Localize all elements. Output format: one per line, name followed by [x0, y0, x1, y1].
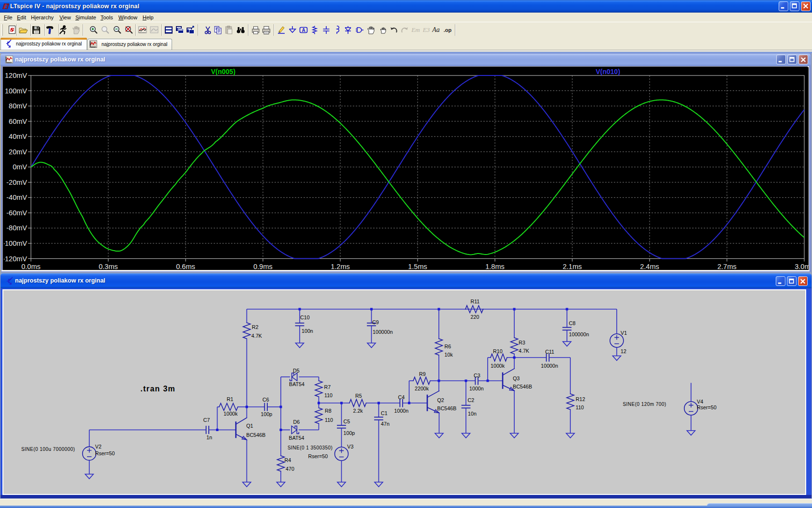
svg-text:C3: C3: [474, 373, 480, 378]
svg-text:R4: R4: [285, 457, 291, 463]
svg-text:10n: 10n: [468, 411, 477, 417]
svg-text:R11: R11: [471, 299, 480, 304]
svg-text:V3: V3: [347, 444, 353, 449]
svg-text:470: 470: [286, 466, 294, 472]
svg-text:BAT54: BAT54: [289, 381, 304, 387]
svg-text:V2: V2: [95, 444, 102, 449]
svg-text:2.1ms: 2.1ms: [563, 263, 582, 270]
svg-text:40mV: 40mV: [9, 133, 27, 140]
svg-text:V(n010): V(n010): [595, 68, 620, 75]
svg-text:BAT54: BAT54: [289, 435, 304, 441]
svg-text:-20mV: -20mV: [6, 179, 27, 186]
svg-text:120mV: 120mV: [5, 72, 27, 79]
svg-text:E3: E3: [422, 26, 430, 33]
svg-text:BC546B: BC546B: [246, 432, 266, 438]
svg-text:2.7ms: 2.7ms: [717, 263, 737, 270]
svg-text:D5: D5: [293, 368, 300, 374]
svg-text:10k: 10k: [445, 352, 453, 358]
svg-text:1.2ms: 1.2ms: [331, 263, 350, 270]
svg-text:R3: R3: [519, 340, 525, 345]
svg-text:C5: C5: [344, 418, 350, 424]
svg-text:0.0ms: 0.0ms: [21, 263, 41, 270]
svg-text:0.9ms: 0.9ms: [253, 263, 273, 270]
svg-text:.tran 3m: .tran 3m: [141, 385, 176, 393]
svg-text:BC546B: BC546B: [437, 405, 457, 411]
svg-text:.op: .op: [444, 27, 452, 33]
svg-text:R5: R5: [355, 393, 362, 399]
svg-text:C2: C2: [468, 397, 475, 403]
svg-text:R1: R1: [227, 396, 233, 402]
svg-text:100n: 100n: [302, 328, 313, 334]
svg-text:R8: R8: [325, 408, 332, 414]
svg-text:0.6ms: 0.6ms: [176, 263, 195, 270]
svg-text:SINE(0 120m 700): SINE(0 120m 700): [623, 402, 667, 407]
svg-text:60mV: 60mV: [9, 118, 27, 125]
svg-text:R6: R6: [445, 344, 451, 349]
svg-text:2200k: 2200k: [415, 386, 429, 391]
svg-text:2.2k: 2.2k: [353, 408, 363, 414]
svg-text:1000n: 1000n: [394, 408, 409, 414]
svg-text:C11: C11: [545, 349, 554, 355]
svg-text:SINE(0 100u 7000000): SINE(0 100u 7000000): [21, 447, 75, 452]
svg-text:-120mV: -120mV: [4, 255, 27, 263]
svg-text:100p: 100p: [261, 411, 273, 417]
svg-text:R10: R10: [493, 348, 503, 354]
svg-text:100000n: 100000n: [569, 331, 589, 337]
svg-text:Aa: Aa: [432, 26, 440, 33]
svg-text:R2: R2: [252, 324, 259, 330]
svg-text:Rser=50: Rser=50: [95, 450, 115, 456]
svg-text:-40mV: -40mV: [6, 194, 27, 201]
svg-text:3.0ms: 3.0ms: [795, 263, 809, 270]
svg-text:SINE(0 1 3500350): SINE(0 1 3500350): [288, 445, 333, 450]
svg-text:BC546B: BC546B: [513, 384, 532, 389]
svg-text:V(n005): V(n005): [211, 68, 235, 75]
svg-text:0.3ms: 0.3ms: [99, 263, 118, 270]
svg-text:47n: 47n: [381, 421, 390, 427]
svg-text:1000n: 1000n: [469, 386, 484, 391]
svg-text:1.8ms: 1.8ms: [485, 263, 505, 270]
svg-text:Rser=50: Rser=50: [308, 453, 328, 459]
svg-text:C8: C8: [569, 320, 576, 326]
svg-text:-80mV: -80mV: [6, 224, 27, 232]
svg-text:100p: 100p: [344, 430, 355, 436]
svg-text:110: 110: [325, 417, 333, 423]
svg-text:1000k: 1000k: [224, 411, 238, 417]
svg-text:1n: 1n: [206, 434, 212, 440]
svg-text:100000n: 100000n: [373, 329, 393, 335]
svg-text:100mV: 100mV: [5, 87, 27, 95]
svg-text:R7: R7: [324, 384, 331, 390]
svg-text:80mV: 80mV: [9, 102, 27, 110]
svg-text:110: 110: [576, 404, 584, 410]
svg-text:R9: R9: [419, 371, 426, 377]
svg-text:110: 110: [324, 392, 333, 398]
svg-text:C9: C9: [372, 319, 379, 325]
svg-text:-60mV: -60mV: [6, 209, 27, 217]
svg-text:1.5ms: 1.5ms: [408, 263, 427, 270]
svg-text:C7: C7: [203, 417, 210, 423]
svg-text:4.7K: 4.7K: [519, 348, 530, 354]
svg-text:C1: C1: [381, 410, 388, 416]
svg-text:20mV: 20mV: [9, 148, 27, 156]
svg-text:-100mV: -100mV: [4, 239, 27, 247]
svg-text:220: 220: [471, 314, 479, 320]
svg-text:A: A: [302, 28, 305, 33]
svg-text:C4: C4: [398, 394, 405, 400]
svg-text:Q1: Q1: [246, 423, 253, 429]
svg-text:Rser=50: Rser=50: [697, 404, 717, 410]
svg-text:1000k: 1000k: [491, 363, 505, 369]
svg-text:12: 12: [621, 348, 626, 354]
svg-text:Q2: Q2: [437, 397, 444, 403]
svg-text:0mV: 0mV: [13, 163, 27, 171]
svg-text:V1: V1: [621, 330, 627, 336]
svg-text:V4: V4: [697, 399, 703, 404]
svg-text:D6: D6: [293, 419, 300, 425]
svg-text:C10: C10: [300, 314, 310, 320]
svg-text:10000n: 10000n: [541, 363, 558, 369]
svg-text:C6: C6: [262, 397, 269, 403]
svg-text:4.7K: 4.7K: [251, 333, 262, 339]
svg-text:2.4ms: 2.4ms: [640, 263, 659, 270]
svg-text:R12: R12: [576, 396, 585, 402]
svg-text:Em: Em: [411, 26, 420, 33]
svg-text:Q3: Q3: [513, 375, 520, 381]
